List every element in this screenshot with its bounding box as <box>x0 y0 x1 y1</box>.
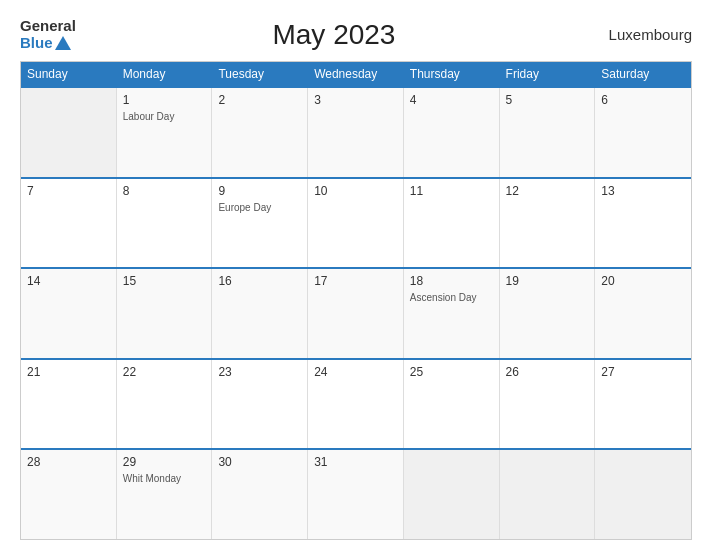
day-cell: 6 <box>595 88 691 177</box>
calendar-title: May 2023 <box>76 19 592 51</box>
day-cell: 21 <box>21 360 117 449</box>
header: General Blue May 2023 Luxembourg <box>20 18 692 51</box>
day-cell: 10 <box>308 179 404 268</box>
day-number: 20 <box>601 274 685 288</box>
days-header: SundayMondayTuesdayWednesdayThursdayFrid… <box>21 62 691 86</box>
day-cell: 22 <box>117 360 213 449</box>
day-header-tuesday: Tuesday <box>212 62 308 86</box>
day-header-wednesday: Wednesday <box>308 62 404 86</box>
country-label: Luxembourg <box>592 26 692 43</box>
day-number: 16 <box>218 274 301 288</box>
day-number: 14 <box>27 274 110 288</box>
day-cell: 19 <box>500 269 596 358</box>
day-number: 18 <box>410 274 493 288</box>
day-cell: 30 <box>212 450 308 539</box>
day-number: 12 <box>506 184 589 198</box>
day-cell: 3 <box>308 88 404 177</box>
day-number: 30 <box>218 455 301 469</box>
day-cell: 29Whit Monday <box>117 450 213 539</box>
day-number: 10 <box>314 184 397 198</box>
day-number: 9 <box>218 184 301 198</box>
day-number: 3 <box>314 93 397 107</box>
day-number: 1 <box>123 93 206 107</box>
day-cell: 13 <box>595 179 691 268</box>
day-number: 22 <box>123 365 206 379</box>
day-header-thursday: Thursday <box>404 62 500 86</box>
day-number: 28 <box>27 455 110 469</box>
logo-general-text: General <box>20 18 76 35</box>
day-cell: 16 <box>212 269 308 358</box>
day-number: 6 <box>601 93 685 107</box>
day-cell: 28 <box>21 450 117 539</box>
week-row-3: 1415161718Ascension Day1920 <box>21 267 691 358</box>
day-cell <box>500 450 596 539</box>
day-header-saturday: Saturday <box>595 62 691 86</box>
day-cell: 8 <box>117 179 213 268</box>
day-number: 5 <box>506 93 589 107</box>
week-row-5: 2829Whit Monday3031 <box>21 448 691 539</box>
day-cell: 5 <box>500 88 596 177</box>
day-cell: 7 <box>21 179 117 268</box>
holiday-name: Europe Day <box>218 201 301 214</box>
holiday-name: Whit Monday <box>123 472 206 485</box>
day-number: 11 <box>410 184 493 198</box>
day-cell <box>595 450 691 539</box>
day-cell: 23 <box>212 360 308 449</box>
calendar: SundayMondayTuesdayWednesdayThursdayFrid… <box>20 61 692 540</box>
holiday-name: Labour Day <box>123 110 206 123</box>
day-number: 29 <box>123 455 206 469</box>
day-number: 4 <box>410 93 493 107</box>
day-cell: 14 <box>21 269 117 358</box>
day-number: 17 <box>314 274 397 288</box>
logo-blue-text: Blue <box>20 35 71 52</box>
week-row-2: 789Europe Day10111213 <box>21 177 691 268</box>
day-cell: 27 <box>595 360 691 449</box>
day-number: 7 <box>27 184 110 198</box>
day-header-monday: Monday <box>117 62 213 86</box>
day-cell <box>21 88 117 177</box>
day-number: 2 <box>218 93 301 107</box>
day-number: 21 <box>27 365 110 379</box>
day-number: 15 <box>123 274 206 288</box>
day-cell: 1Labour Day <box>117 88 213 177</box>
day-cell: 15 <box>117 269 213 358</box>
day-header-friday: Friday <box>500 62 596 86</box>
logo-triangle-icon <box>55 36 71 50</box>
day-header-sunday: Sunday <box>21 62 117 86</box>
day-cell <box>404 450 500 539</box>
week-row-1: 1Labour Day23456 <box>21 86 691 177</box>
holiday-name: Ascension Day <box>410 291 493 304</box>
day-number: 27 <box>601 365 685 379</box>
day-cell: 25 <box>404 360 500 449</box>
day-cell: 31 <box>308 450 404 539</box>
day-cell: 18Ascension Day <box>404 269 500 358</box>
page: General Blue May 2023 Luxembourg SundayM… <box>0 0 712 550</box>
day-cell: 12 <box>500 179 596 268</box>
day-cell: 17 <box>308 269 404 358</box>
day-number: 31 <box>314 455 397 469</box>
day-number: 23 <box>218 365 301 379</box>
day-number: 8 <box>123 184 206 198</box>
day-cell: 11 <box>404 179 500 268</box>
day-cell: 20 <box>595 269 691 358</box>
day-cell: 9Europe Day <box>212 179 308 268</box>
logo: General Blue <box>20 18 76 51</box>
day-cell: 26 <box>500 360 596 449</box>
weeks-container: 1Labour Day23456789Europe Day10111213141… <box>21 86 691 539</box>
day-cell: 2 <box>212 88 308 177</box>
week-row-4: 21222324252627 <box>21 358 691 449</box>
day-number: 26 <box>506 365 589 379</box>
day-cell: 4 <box>404 88 500 177</box>
day-number: 19 <box>506 274 589 288</box>
day-number: 24 <box>314 365 397 379</box>
day-number: 25 <box>410 365 493 379</box>
day-number: 13 <box>601 184 685 198</box>
day-cell: 24 <box>308 360 404 449</box>
